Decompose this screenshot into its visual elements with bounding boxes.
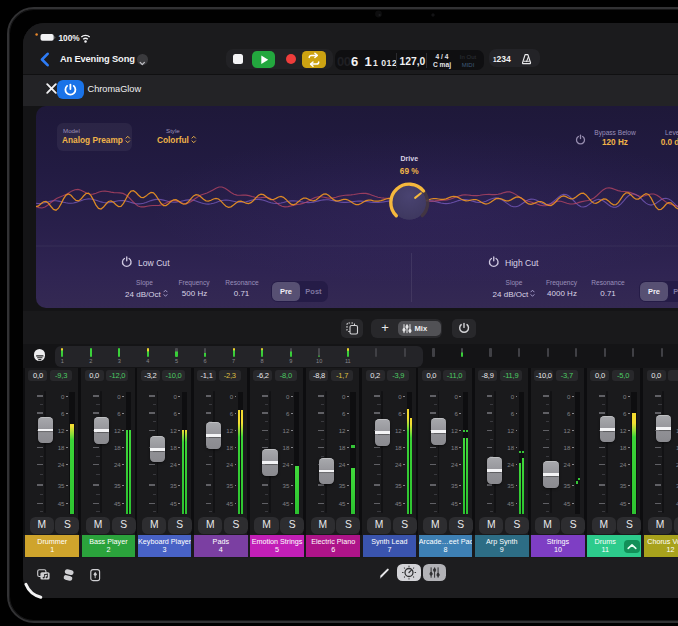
svg-text:100%: 100% — [59, 33, 81, 43]
